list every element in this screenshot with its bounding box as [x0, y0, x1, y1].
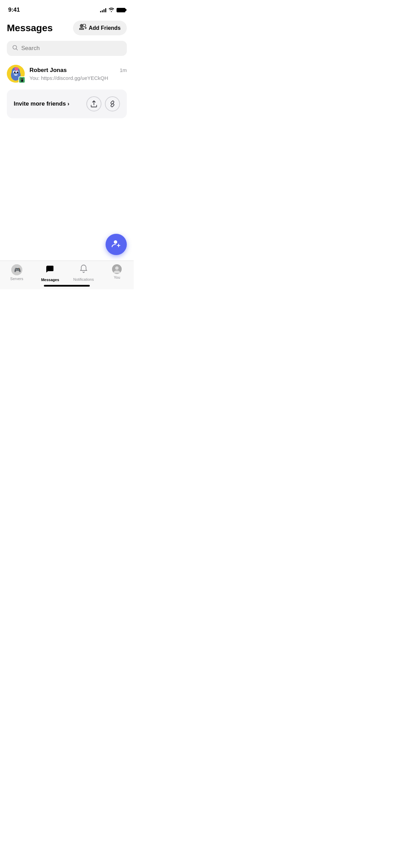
tab-you[interactable]: You: [100, 264, 134, 279]
battery-icon: [117, 8, 125, 12]
wifi-icon: [108, 7, 114, 13]
tab-messages[interactable]: Messages: [34, 264, 67, 282]
messages-icon: [45, 264, 55, 276]
svg-point-0: [80, 24, 83, 27]
you-avatar: [112, 264, 122, 274]
notifications-icon: [80, 264, 88, 276]
message-preview: You: https://discord.gg/ueYECkQH: [29, 75, 127, 81]
svg-point-8: [14, 67, 19, 71]
tab-you-label: You: [114, 275, 120, 279]
tab-notifications[interactable]: Notifications: [67, 264, 100, 281]
contact-name: Robert Jonas: [29, 67, 67, 74]
message-list: 📱 Robert Jonas 1m You: https://discord.g…: [0, 61, 134, 86]
avatar: 📱: [7, 65, 25, 83]
search-input[interactable]: [21, 45, 121, 52]
search-bar: [7, 41, 127, 56]
invite-text: Invite more friends ›: [14, 100, 69, 107]
add-friends-label: Add Friends: [89, 25, 121, 31]
message-time: 1m: [120, 67, 127, 73]
tab-servers[interactable]: 🎮 Servers: [0, 264, 34, 281]
share-button[interactable]: [86, 96, 101, 111]
tab-notifications-label: Notifications: [73, 277, 94, 281]
add-friends-button[interactable]: Add Friends: [73, 21, 127, 35]
header: Messages Add Friends: [0, 16, 134, 41]
svg-point-19: [115, 266, 119, 270]
new-message-fab[interactable]: [106, 234, 127, 255]
status-time: 9:41: [8, 7, 20, 13]
status-bar: 9:41: [0, 0, 134, 16]
search-icon: [12, 45, 18, 52]
home-indicator: [44, 285, 90, 287]
status-icons: [100, 7, 125, 13]
page-title: Messages: [7, 23, 53, 34]
svg-point-12: [17, 72, 19, 73]
message-content: Robert Jonas 1m You: https://discord.gg/…: [29, 67, 127, 81]
signal-bars-icon: [100, 8, 106, 12]
servers-icon: 🎮: [11, 264, 22, 275]
search-container: [0, 41, 134, 61]
table-row[interactable]: 📱 Robert Jonas 1m You: https://discord.g…: [7, 61, 127, 86]
new-message-icon: [111, 239, 121, 250]
add-friends-icon: [79, 24, 87, 32]
tab-servers-label: Servers: [10, 277, 23, 281]
svg-line-4: [16, 49, 17, 50]
copy-link-button[interactable]: [105, 96, 120, 111]
avatar-status-icon: 📱: [19, 76, 25, 83]
invite-actions: [86, 96, 120, 111]
message-header: Robert Jonas 1m: [29, 67, 127, 74]
tab-messages-label: Messages: [41, 278, 59, 282]
svg-point-13: [114, 240, 117, 244]
svg-text:🎮: 🎮: [14, 267, 21, 273]
svg-point-11: [14, 72, 16, 73]
invite-card[interactable]: Invite more friends ›: [7, 89, 127, 118]
